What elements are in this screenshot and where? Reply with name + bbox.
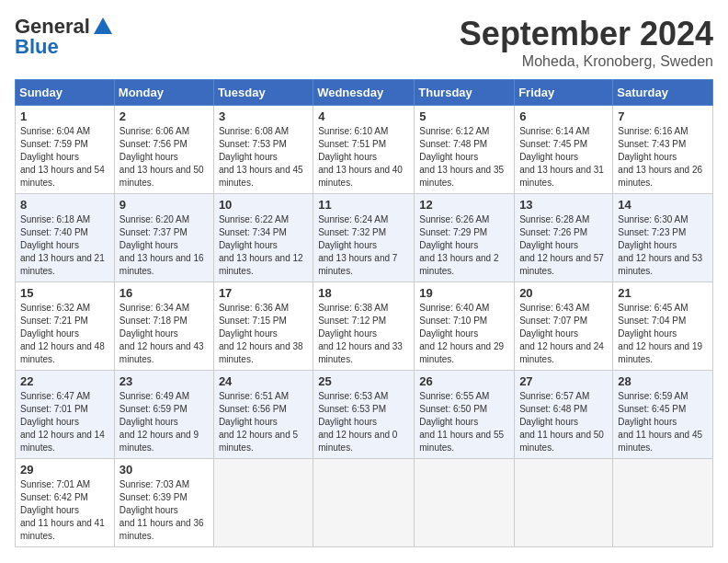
day-number: 29 [20,463,109,477]
calendar-cell: 21Sunrise: 6:45 AMSunset: 7:04 PMDayligh… [613,282,713,371]
day-number: 19 [419,286,509,300]
calendar-cell: 23Sunrise: 6:49 AMSunset: 6:59 PMDayligh… [114,371,213,459]
day-number: 7 [618,109,708,123]
day-detail: Sunrise: 6:40 AMSunset: 7:10 PMDaylight … [419,302,509,366]
calendar-cell: 2Sunrise: 6:06 AMSunset: 7:56 PMDaylight… [114,106,213,194]
day-detail: Sunrise: 6:51 AMSunset: 6:56 PMDaylight … [219,390,308,454]
page-header: General Blue September 2024 Moheda, Kron… [15,15,713,70]
weekday-header-monday: Monday [114,80,213,106]
weekday-header-friday: Friday [515,80,613,106]
day-number: 22 [20,374,109,388]
calendar-cell [313,459,415,547]
day-number: 17 [219,286,308,300]
calendar-cell: 8Sunrise: 6:18 AMSunset: 7:40 PMDaylight… [16,194,115,282]
calendar-cell: 6Sunrise: 6:14 AMSunset: 7:45 PMDaylight… [515,106,613,194]
calendar-cell [213,459,313,547]
calendar-cell: 4Sunrise: 6:10 AMSunset: 7:51 PMDaylight… [313,106,415,194]
weekday-header-wednesday: Wednesday [313,80,415,106]
calendar-header-row: SundayMondayTuesdayWednesdayThursdayFrid… [16,80,713,106]
calendar-cell: 27Sunrise: 6:57 AMSunset: 6:48 PMDayligh… [515,371,613,459]
calendar-cell [415,459,515,547]
calendar-cell: 25Sunrise: 6:53 AMSunset: 6:53 PMDayligh… [313,371,415,459]
day-number: 11 [318,198,409,212]
calendar-cell: 26Sunrise: 6:55 AMSunset: 6:50 PMDayligh… [415,371,515,459]
day-detail: Sunrise: 6:18 AMSunset: 7:40 PMDaylight … [20,213,109,278]
calendar-cell: 7Sunrise: 6:16 AMSunset: 7:43 PMDaylight… [613,106,713,194]
calendar-cell: 13Sunrise: 6:28 AMSunset: 7:26 PMDayligh… [515,194,613,282]
day-number: 12 [419,198,509,212]
calendar-cell: 17Sunrise: 6:36 AMSunset: 7:15 PMDayligh… [213,282,313,371]
day-number: 26 [419,374,509,388]
day-detail: Sunrise: 6:04 AMSunset: 7:59 PMDaylight … [20,125,109,190]
calendar-cell: 12Sunrise: 6:26 AMSunset: 7:29 PMDayligh… [415,194,515,282]
calendar-cell: 5Sunrise: 6:12 AMSunset: 7:48 PMDaylight… [415,106,515,194]
day-detail: Sunrise: 6:20 AMSunset: 7:37 PMDaylight … [119,213,209,278]
day-number: 10 [219,198,308,212]
weekday-header-saturday: Saturday [613,80,713,106]
day-number: 30 [119,463,209,477]
calendar-cell: 1Sunrise: 6:04 AMSunset: 7:59 PMDaylight… [16,106,115,194]
month-title: September 2024 [460,15,713,53]
day-detail: Sunrise: 6:12 AMSunset: 7:48 PMDaylight … [419,125,509,190]
logo-icon [92,16,114,38]
day-number: 27 [519,374,608,388]
title-block: September 2024 Moheda, Kronoberg, Sweden [460,15,713,70]
calendar-cell: 22Sunrise: 6:47 AMSunset: 7:01 PMDayligh… [16,371,115,459]
svg-marker-0 [94,17,112,34]
calendar-cell: 28Sunrise: 6:59 AMSunset: 6:45 PMDayligh… [613,371,713,459]
logo-blue-text: Blue [15,35,59,59]
weekday-header-tuesday: Tuesday [213,80,313,106]
calendar-cell [613,459,713,547]
day-number: 6 [519,109,608,123]
day-detail: Sunrise: 6:06 AMSunset: 7:56 PMDaylight … [119,125,209,190]
calendar-cell: 30Sunrise: 7:03 AMSunset: 6:39 PMDayligh… [114,459,213,547]
day-detail: Sunrise: 7:03 AMSunset: 6:39 PMDaylight … [119,478,209,543]
calendar-cell: 9Sunrise: 6:20 AMSunset: 7:37 PMDaylight… [114,194,213,282]
calendar-cell: 16Sunrise: 6:34 AMSunset: 7:18 PMDayligh… [114,282,213,371]
calendar-table: SundayMondayTuesdayWednesdayThursdayFrid… [15,79,713,547]
day-number: 23 [119,374,209,388]
day-detail: Sunrise: 6:49 AMSunset: 6:59 PMDaylight … [119,390,209,454]
day-detail: Sunrise: 6:28 AMSunset: 7:26 PMDaylight … [519,213,608,278]
day-detail: Sunrise: 7:01 AMSunset: 6:42 PMDaylight … [20,478,109,543]
day-detail: Sunrise: 6:43 AMSunset: 7:07 PMDaylight … [519,302,608,366]
location: Moheda, Kronoberg, Sweden [460,53,713,70]
day-detail: Sunrise: 6:38 AMSunset: 7:12 PMDaylight … [318,302,409,366]
calendar-cell: 11Sunrise: 6:24 AMSunset: 7:32 PMDayligh… [313,194,415,282]
calendar-cell [515,459,613,547]
day-detail: Sunrise: 6:08 AMSunset: 7:53 PMDaylight … [219,125,308,190]
day-detail: Sunrise: 6:14 AMSunset: 7:45 PMDaylight … [519,125,608,190]
day-number: 25 [318,374,409,388]
day-number: 13 [519,198,608,212]
day-detail: Sunrise: 6:34 AMSunset: 7:18 PMDaylight … [119,302,209,366]
day-detail: Sunrise: 6:57 AMSunset: 6:48 PMDaylight … [519,390,608,454]
calendar-cell: 10Sunrise: 6:22 AMSunset: 7:34 PMDayligh… [213,194,313,282]
calendar-cell: 18Sunrise: 6:38 AMSunset: 7:12 PMDayligh… [313,282,415,371]
calendar-week-3: 15Sunrise: 6:32 AMSunset: 7:21 PMDayligh… [16,282,713,371]
calendar-cell: 19Sunrise: 6:40 AMSunset: 7:10 PMDayligh… [415,282,515,371]
day-number: 20 [519,286,608,300]
day-number: 28 [618,374,708,388]
day-number: 14 [618,198,708,212]
day-detail: Sunrise: 6:53 AMSunset: 6:53 PMDaylight … [318,390,409,454]
day-number: 15 [20,286,109,300]
day-detail: Sunrise: 6:45 AMSunset: 7:04 PMDaylight … [618,302,708,366]
calendar-week-1: 1Sunrise: 6:04 AMSunset: 7:59 PMDaylight… [16,106,713,194]
calendar-cell: 3Sunrise: 6:08 AMSunset: 7:53 PMDaylight… [213,106,313,194]
day-number: 8 [20,198,109,212]
calendar-cell: 29Sunrise: 7:01 AMSunset: 6:42 PMDayligh… [16,459,115,547]
calendar-cell: 20Sunrise: 6:43 AMSunset: 7:07 PMDayligh… [515,282,613,371]
day-detail: Sunrise: 6:36 AMSunset: 7:15 PMDaylight … [219,302,308,366]
day-number: 2 [119,109,209,123]
day-number: 3 [219,109,308,123]
day-number: 1 [20,109,109,123]
calendar-week-5: 29Sunrise: 7:01 AMSunset: 6:42 PMDayligh… [16,459,713,547]
day-number: 5 [419,109,509,123]
logo: General Blue [15,15,114,59]
day-detail: Sunrise: 6:47 AMSunset: 7:01 PMDaylight … [20,390,109,454]
day-detail: Sunrise: 6:16 AMSunset: 7:43 PMDaylight … [618,125,708,190]
day-detail: Sunrise: 6:55 AMSunset: 6:50 PMDaylight … [419,390,509,454]
day-detail: Sunrise: 6:59 AMSunset: 6:45 PMDaylight … [618,390,708,454]
weekday-header-thursday: Thursday [415,80,515,106]
day-detail: Sunrise: 6:30 AMSunset: 7:23 PMDaylight … [618,213,708,278]
